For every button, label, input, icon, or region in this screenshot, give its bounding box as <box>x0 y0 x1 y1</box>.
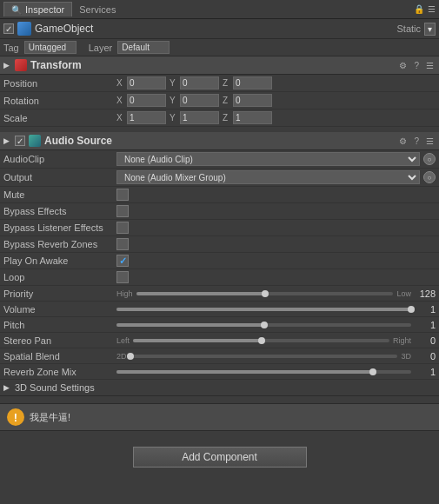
position-values: X Y Z <box>116 76 436 90</box>
bypass-effects-row: Bypass Effects <box>0 203 439 220</box>
add-component-button[interactable]: Add Component <box>133 447 307 468</box>
stereo-thumb[interactable] <box>258 337 265 344</box>
gameobject-active-checkbox[interactable]: ✓ <box>3 23 14 34</box>
audioclip-row: AudioClip None (Audio Clip) ○ <box>0 150 439 169</box>
tag-dropdown[interactable]: Untagged <box>24 41 76 54</box>
scale-z-label: Z <box>223 113 231 123</box>
rotation-x-input[interactable] <box>127 94 166 107</box>
priority-thumb[interactable] <box>262 290 269 297</box>
audio-settings-icon[interactable]: ⚙ <box>397 136 409 146</box>
loop-checkbox[interactable] <box>116 271 129 283</box>
stereo-left-label: Left <box>116 336 130 345</box>
spatial-slider[interactable] <box>130 355 398 358</box>
play-on-awake-checkbox[interactable]: ✓ <box>116 255 129 267</box>
rotation-z-input[interactable] <box>233 94 272 107</box>
scale-z-input[interactable] <box>233 111 272 124</box>
scale-label: Scale <box>3 113 116 123</box>
layer-value: Default <box>122 43 150 52</box>
reverb-slider[interactable] <box>116 370 411 374</box>
rotation-label: Rotation <box>3 96 116 106</box>
position-z-input[interactable] <box>233 76 272 90</box>
stereo-right-label: Right <box>393 336 411 345</box>
sound3d-section[interactable]: ▶ 3D Sound Settings <box>0 380 439 396</box>
transform-menu-icon[interactable]: ☰ <box>424 61 436 70</box>
loop-label: Loop <box>3 272 116 282</box>
reverb-thumb[interactable] <box>369 368 376 375</box>
bypass-reverb-label: Bypass Reverb Zones <box>3 239 116 249</box>
scale-y-group: Y <box>170 111 219 124</box>
tag-layer-row: Tag Untagged Layer Default <box>0 39 439 56</box>
priority-value: 128 <box>411 288 436 299</box>
pitch-slider-container <box>116 323 411 327</box>
mute-checkbox[interactable] <box>116 189 129 201</box>
spacer3 <box>0 431 439 440</box>
rotation-values: X Y Z <box>116 94 436 107</box>
volume-slider[interactable] <box>116 308 411 311</box>
position-label: Position <box>3 78 116 89</box>
gameobject-icon <box>17 22 31 36</box>
bypass-listener-label: Bypass Listener Effects <box>3 222 116 233</box>
static-dropdown[interactable]: ▾ <box>424 23 436 36</box>
audioclip-select-btn[interactable]: ○ <box>423 153 436 165</box>
stereo-value: 0 <box>411 335 436 346</box>
pitch-fill <box>116 323 264 327</box>
transform-title: Transform <box>30 59 82 71</box>
volume-value: 1 <box>411 304 436 315</box>
scale-y-input[interactable] <box>180 111 219 124</box>
sound3d-label: 3D Sound Settings <box>15 382 95 393</box>
position-row: Position X Y Z <box>0 75 439 92</box>
audio-enabled-checkbox[interactable]: ✓ <box>15 136 25 146</box>
output-select-btn[interactable]: ○ <box>423 171 436 183</box>
priority-slider[interactable] <box>136 292 394 295</box>
output-row: Output None (Audio Mixer Group) ○ <box>0 169 439 187</box>
output-dropdown[interactable]: None (Audio Mixer Group) <box>116 170 420 184</box>
info-bar: ! 我是牛逼! <box>0 403 439 431</box>
inspector-content: ✓ GameObject Static ▾ Tag Untagged Layer… <box>0 19 439 504</box>
stereo-fill <box>133 339 261 342</box>
position-x-group: X <box>116 76 166 90</box>
rotation-z-group: Z <box>223 94 272 107</box>
pitch-thumb[interactable] <box>261 322 268 328</box>
tab-services[interactable]: Services <box>72 3 123 17</box>
info-message: 我是牛逼! <box>30 411 70 424</box>
layer-label: Layer <box>89 43 113 53</box>
bypass-listener-checkbox[interactable] <box>116 222 129 234</box>
gameobject-name[interactable]: GameObject <box>35 23 393 35</box>
position-x-label: X <box>116 78 125 88</box>
rotation-y-label: Y <box>170 96 178 105</box>
audio-menu-icon[interactable]: ☰ <box>424 136 436 146</box>
reverb-slider-container <box>116 370 411 374</box>
position-x-input[interactable] <box>127 76 166 90</box>
spatial-thumb[interactable] <box>127 353 134 360</box>
gameobject-header: ✓ GameObject Static ▾ <box>0 19 439 39</box>
tab-inspector[interactable]: 🔍 Inspector <box>3 2 72 17</box>
menu-icon[interactable]: ☰ <box>428 4 436 14</box>
pitch-value: 1 <box>411 320 436 330</box>
rotation-x-group: X <box>116 94 166 107</box>
scale-y-label: Y <box>170 113 178 123</box>
rotation-x-label: X <box>116 96 125 105</box>
transform-settings-icon[interactable]: ⚙ <box>397 61 409 70</box>
top-bar: 🔍 Inspector Services 🔒 ☰ <box>0 0 439 19</box>
volume-thumb[interactable] <box>408 306 415 313</box>
position-y-label: Y <box>170 78 178 88</box>
transform-section-header[interactable]: ▶ Transform ⚙ ? ☰ <box>0 56 439 75</box>
scale-values: X Y Z <box>116 111 436 124</box>
scale-x-group: X <box>116 111 166 124</box>
bypass-effects-checkbox[interactable] <box>116 205 129 217</box>
rotation-y-input[interactable] <box>180 94 219 107</box>
bypass-reverb-checkbox[interactable] <box>116 238 129 250</box>
lock-icon[interactable]: 🔒 <box>414 4 424 14</box>
scale-x-input[interactable] <box>127 111 166 124</box>
audio-help-icon[interactable]: ? <box>412 136 421 146</box>
audioclip-dropdown[interactable]: None (Audio Clip) <box>116 152 420 166</box>
layer-dropdown[interactable]: Default <box>117 41 170 54</box>
stereo-slider[interactable] <box>133 339 389 342</box>
transform-help-icon[interactable]: ? <box>412 61 421 70</box>
position-y-input[interactable] <box>180 76 219 90</box>
add-component-row: Add Component <box>0 440 439 474</box>
spacer2 <box>0 396 439 403</box>
pitch-slider[interactable] <box>116 323 411 327</box>
transform-icon <box>15 59 27 71</box>
audio-source-header[interactable]: ▶ ✓ Audio Source ⚙ ? ☰ <box>0 132 439 150</box>
